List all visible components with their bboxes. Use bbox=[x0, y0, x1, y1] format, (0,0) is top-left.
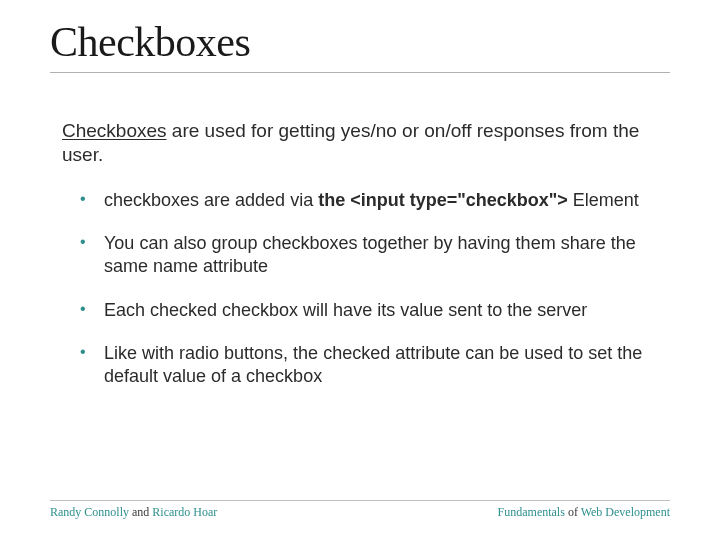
bullet-post: Element bbox=[568, 190, 639, 210]
list-item: Each checked checkbox will have its valu… bbox=[80, 299, 658, 322]
bullet-bold: the <input type="checkbox"> bbox=[318, 190, 568, 210]
footer-book-a: Fundamentals bbox=[498, 505, 565, 519]
subtitle-lead: Checkboxes bbox=[62, 120, 167, 141]
footer-author-b: Ricardo Hoar bbox=[152, 505, 217, 519]
slide-footer: Randy Connolly and Ricardo Hoar Fundamen… bbox=[50, 500, 670, 520]
list-item: You can also group checkboxes together b… bbox=[80, 232, 658, 279]
footer-left: Randy Connolly and Ricardo Hoar bbox=[50, 505, 217, 520]
bullet-pre: Like with radio buttons, the checked att… bbox=[104, 343, 642, 386]
footer-book-b: Web Development bbox=[581, 505, 670, 519]
footer-right: Fundamentals of Web Development bbox=[498, 505, 670, 520]
footer-left-mid: and bbox=[129, 505, 152, 519]
slide: Checkboxes Checkboxes are used for getti… bbox=[0, 0, 720, 540]
list-item: Like with radio buttons, the checked att… bbox=[80, 342, 658, 389]
bullet-pre: You can also group checkboxes together b… bbox=[104, 233, 636, 276]
bullet-list: checkboxes are added via the <input type… bbox=[50, 189, 670, 389]
bullet-pre: checkboxes are added via bbox=[104, 190, 318, 210]
slide-title: Checkboxes bbox=[50, 18, 670, 73]
footer-right-mid: of bbox=[565, 505, 581, 519]
bullet-pre: Each checked checkbox will have its valu… bbox=[104, 300, 587, 320]
footer-author-a: Randy Connolly bbox=[50, 505, 129, 519]
slide-subtitle: Checkboxes are used for getting yes/no o… bbox=[50, 119, 670, 167]
list-item: checkboxes are added via the <input type… bbox=[80, 189, 658, 212]
